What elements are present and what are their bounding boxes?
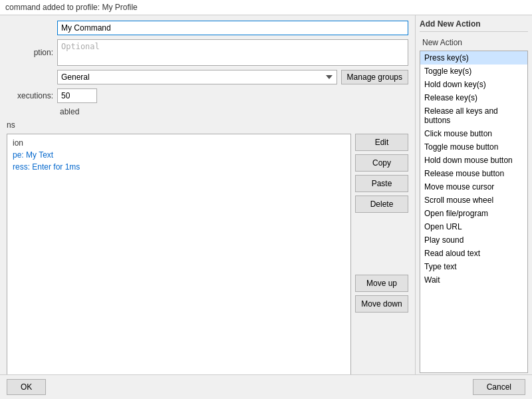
spacer2 xyxy=(355,316,408,371)
new-action-item-8[interactable]: Release mouse button xyxy=(420,167,527,180)
new-action-item-1[interactable]: Toggle key(s) xyxy=(420,65,527,78)
manage-groups-button[interactable]: Manage groups xyxy=(341,70,408,84)
new-action-item-13[interactable]: Play sound xyxy=(420,233,527,247)
description-input[interactable] xyxy=(57,39,408,66)
paste-button[interactable]: Paste xyxy=(355,175,408,192)
title-text: command added to profile: My Profile xyxy=(5,3,138,12)
new-action-item-3[interactable]: Release key(s) xyxy=(420,91,527,104)
description-label: ption: xyxy=(7,48,53,57)
add-new-action-title: Add New Action xyxy=(420,19,528,32)
actions-list: ion pe: My Text ress: Enter for 1ms xyxy=(7,134,350,176)
executions-input[interactable] xyxy=(57,88,97,103)
new-action-item-11[interactable]: Open file/program xyxy=(420,207,527,220)
action-buttons: Edit Copy Paste Delete Move up Move down… xyxy=(355,134,408,392)
new-action-label: New Action xyxy=(420,36,528,49)
title-bar: command added to profile: My Profile xyxy=(0,0,532,15)
move-up-button[interactable]: Move up xyxy=(355,275,408,292)
name-input[interactable] xyxy=(57,21,408,35)
new-action-item-5[interactable]: Click mouse button xyxy=(420,127,527,140)
group-row: General Manage groups xyxy=(7,70,408,84)
new-action-item-4[interactable]: Release all keys and buttons xyxy=(420,104,527,127)
new-action-item-2[interactable]: Hold down key(s) xyxy=(420,78,527,91)
new-action-item-10[interactable]: Scroll mouse wheel xyxy=(420,194,527,207)
right-panel: Add New Action New Action Press key(s)To… xyxy=(416,15,532,397)
edit-button[interactable]: Edit xyxy=(355,134,408,151)
left-panel: ption: General Manage groups xecutions: … xyxy=(0,15,416,397)
new-action-item-14[interactable]: Read aloud text xyxy=(420,247,527,260)
action-item-0[interactable]: pe: My Text xyxy=(10,149,348,161)
name-row xyxy=(7,21,408,35)
new-action-item-16[interactable]: Wait xyxy=(420,273,527,287)
move-down-button[interactable]: Move down xyxy=(355,295,408,313)
spacer xyxy=(355,216,408,271)
executions-label: xecutions: xyxy=(7,91,53,100)
delete-button[interactable]: Delete xyxy=(355,196,408,213)
copy-button[interactable]: Copy xyxy=(355,154,408,172)
enabled-row: abled xyxy=(7,107,408,116)
new-action-item-6[interactable]: Toggle mouse button xyxy=(420,140,527,154)
actions-section-label: ns xyxy=(7,120,408,130)
new-action-item-9[interactable]: Move mouse cursor xyxy=(420,180,527,194)
executions-row: xecutions: xyxy=(7,88,408,103)
ok-button[interactable]: OK xyxy=(7,379,46,395)
group-select[interactable]: General xyxy=(57,70,337,84)
new-action-item-12[interactable]: Open URL xyxy=(420,220,527,233)
enabled-label: abled xyxy=(60,107,79,116)
new-action-list: Press key(s)Toggle key(s)Hold down key(s… xyxy=(420,51,528,373)
new-action-item-15[interactable]: Type text xyxy=(420,260,527,273)
actions-list-header: ion xyxy=(10,137,348,149)
action-item-1[interactable]: ress: Enter for 1ms xyxy=(10,161,348,173)
new-action-item-7[interactable]: Hold down mouse button xyxy=(420,154,527,167)
actions-list-container: ion pe: My Text ress: Enter for 1ms xyxy=(7,134,351,392)
actions-area: ion pe: My Text ress: Enter for 1ms Edit… xyxy=(7,134,408,392)
new-action-item-0[interactable]: Press key(s) xyxy=(420,51,527,65)
bottom-bar: OK Cancel xyxy=(0,374,532,399)
description-row: ption: xyxy=(7,39,408,66)
cancel-button[interactable]: Cancel xyxy=(473,379,525,395)
